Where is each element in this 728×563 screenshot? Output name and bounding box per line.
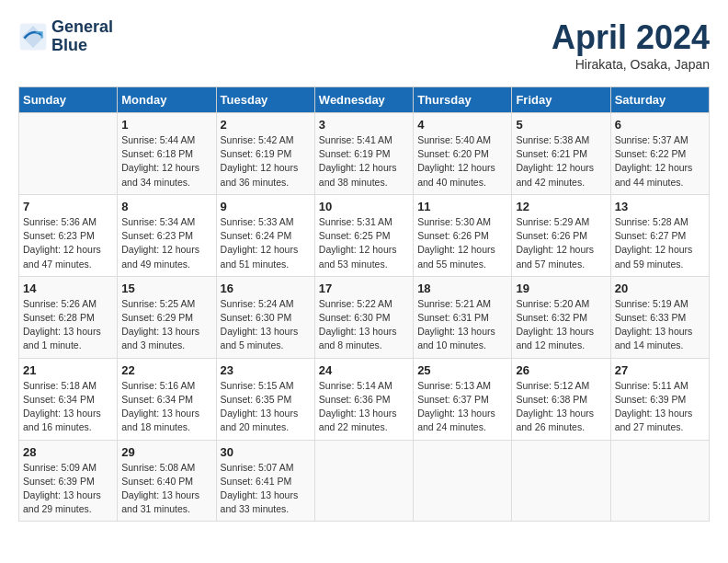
calendar-cell: 16Sunrise: 5:24 AM Sunset: 6:30 PM Dayli… [216,276,314,358]
weekday-header-friday: Friday [512,87,610,113]
day-info: Sunrise: 5:26 AM Sunset: 6:28 PM Dayligh… [23,297,113,353]
day-number: 20 [615,282,705,295]
day-info: Sunrise: 5:24 AM Sunset: 6:30 PM Dayligh… [221,297,311,353]
weekday-header-sunday: Sunday [19,87,118,113]
calendar-cell: 20Sunrise: 5:19 AM Sunset: 6:33 PM Dayli… [610,276,709,358]
calendar-cell: 2Sunrise: 5:42 AM Sunset: 6:19 PM Daylig… [216,113,314,195]
day-info: Sunrise: 5:38 AM Sunset: 6:21 PM Dayligh… [516,133,606,190]
week-row-2: 7Sunrise: 5:36 AM Sunset: 6:23 PM Daylig… [19,194,710,276]
day-info: Sunrise: 5:18 AM Sunset: 6:34 PM Dayligh… [23,379,113,435]
calendar-cell: 5Sunrise: 5:38 AM Sunset: 6:21 PM Daylig… [512,113,610,195]
day-info: Sunrise: 5:31 AM Sunset: 6:25 PM Dayligh… [319,215,409,271]
day-number: 18 [417,282,507,295]
day-number: 3 [319,118,409,132]
day-number: 2 [221,118,311,132]
logo-icon [18,22,48,52]
day-number: 11 [417,200,507,213]
week-row-1: 1Sunrise: 5:44 AM Sunset: 6:18 PM Daylig… [19,113,710,195]
weekday-header-tuesday: Tuesday [216,87,314,113]
calendar-cell: 8Sunrise: 5:34 AM Sunset: 6:23 PM Daylig… [118,194,216,276]
day-number: 9 [221,200,311,213]
day-number: 29 [121,445,211,459]
day-number: 25 [417,363,507,377]
day-number: 19 [516,282,606,295]
day-info: Sunrise: 5:40 AM Sunset: 6:20 PM Dayligh… [417,133,507,190]
calendar-cell: 22Sunrise: 5:16 AM Sunset: 6:34 PM Dayli… [118,358,216,440]
day-number: 14 [23,282,113,295]
calendar-cell: 6Sunrise: 5:37 AM Sunset: 6:22 PM Daylig… [610,113,709,195]
day-number: 12 [516,200,606,213]
day-number: 27 [615,363,705,377]
week-row-4: 21Sunrise: 5:18 AM Sunset: 6:34 PM Dayli… [19,358,710,440]
calendar-cell [512,440,610,522]
day-info: Sunrise: 5:16 AM Sunset: 6:34 PM Dayligh… [121,379,211,435]
day-number: 17 [319,282,409,295]
day-number: 22 [121,363,211,377]
day-info: Sunrise: 5:37 AM Sunset: 6:22 PM Dayligh… [615,133,705,190]
day-number: 28 [23,445,113,459]
weekday-header-saturday: Saturday [610,87,709,113]
day-info: Sunrise: 5:36 AM Sunset: 6:23 PM Dayligh… [23,215,113,271]
day-number: 7 [23,200,113,213]
day-number: 8 [121,200,211,213]
calendar-cell: 11Sunrise: 5:30 AM Sunset: 6:26 PM Dayli… [414,194,512,276]
day-info: Sunrise: 5:42 AM Sunset: 6:19 PM Dayligh… [221,133,311,190]
day-number: 26 [516,363,606,377]
calendar-cell: 12Sunrise: 5:29 AM Sunset: 6:26 PM Dayli… [512,194,610,276]
day-number: 30 [221,445,311,459]
day-info: Sunrise: 5:22 AM Sunset: 6:30 PM Dayligh… [319,297,409,353]
day-number: 21 [23,363,113,377]
calendar-cell: 30Sunrise: 5:07 AM Sunset: 6:41 PM Dayli… [216,440,314,522]
calendar-cell: 17Sunrise: 5:22 AM Sunset: 6:30 PM Dayli… [314,276,413,358]
day-info: Sunrise: 5:07 AM Sunset: 6:41 PM Dayligh… [221,461,311,517]
day-info: Sunrise: 5:29 AM Sunset: 6:26 PM Dayligh… [516,215,606,271]
day-number: 5 [516,118,606,132]
calendar-cell: 28Sunrise: 5:09 AM Sunset: 6:39 PM Dayli… [19,440,118,522]
day-number: 23 [221,363,311,377]
day-info: Sunrise: 5:13 AM Sunset: 6:37 PM Dayligh… [417,379,507,435]
day-number: 1 [121,118,211,132]
logo-text: General Blue [51,18,113,55]
day-number: 4 [417,118,507,132]
calendar-cell: 9Sunrise: 5:33 AM Sunset: 6:24 PM Daylig… [216,194,314,276]
day-info: Sunrise: 5:28 AM Sunset: 6:27 PM Dayligh… [615,215,705,271]
location: Hirakata, Osaka, Japan [552,57,710,72]
calendar-cell: 27Sunrise: 5:11 AM Sunset: 6:39 PM Dayli… [610,358,709,440]
calendar-cell: 24Sunrise: 5:14 AM Sunset: 6:36 PM Dayli… [314,358,413,440]
day-number: 6 [615,118,705,132]
calendar-cell: 21Sunrise: 5:18 AM Sunset: 6:34 PM Dayli… [19,358,118,440]
calendar-table: SundayMondayTuesdayWednesdayThursdayFrid… [18,86,710,522]
day-info: Sunrise: 5:15 AM Sunset: 6:35 PM Dayligh… [221,379,311,435]
day-info: Sunrise: 5:12 AM Sunset: 6:38 PM Dayligh… [516,379,606,435]
calendar-cell: 15Sunrise: 5:25 AM Sunset: 6:29 PM Dayli… [118,276,216,358]
week-row-5: 28Sunrise: 5:09 AM Sunset: 6:39 PM Dayli… [19,440,710,522]
month-title: April 2024 [552,18,710,57]
day-info: Sunrise: 5:44 AM Sunset: 6:18 PM Dayligh… [121,133,211,190]
day-info: Sunrise: 5:20 AM Sunset: 6:32 PM Dayligh… [516,297,606,353]
calendar-cell: 19Sunrise: 5:20 AM Sunset: 6:32 PM Dayli… [512,276,610,358]
day-info: Sunrise: 5:21 AM Sunset: 6:31 PM Dayligh… [417,297,507,353]
day-number: 24 [319,363,409,377]
calendar-cell: 23Sunrise: 5:15 AM Sunset: 6:35 PM Dayli… [216,358,314,440]
calendar-cell [314,440,413,522]
calendar-cell: 10Sunrise: 5:31 AM Sunset: 6:25 PM Dayli… [314,194,413,276]
calendar-cell: 18Sunrise: 5:21 AM Sunset: 6:31 PM Dayli… [414,276,512,358]
calendar-cell: 25Sunrise: 5:13 AM Sunset: 6:37 PM Dayli… [414,358,512,440]
day-number: 16 [221,282,311,295]
day-info: Sunrise: 5:41 AM Sunset: 6:19 PM Dayligh… [319,133,409,190]
day-info: Sunrise: 5:09 AM Sunset: 6:39 PM Dayligh… [23,461,113,517]
calendar-cell: 1Sunrise: 5:44 AM Sunset: 6:18 PM Daylig… [118,113,216,195]
calendar-cell [610,440,709,522]
calendar-cell: 14Sunrise: 5:26 AM Sunset: 6:28 PM Dayli… [19,276,118,358]
day-number: 10 [319,200,409,213]
day-info: Sunrise: 5:19 AM Sunset: 6:33 PM Dayligh… [615,297,705,353]
day-info: Sunrise: 5:11 AM Sunset: 6:39 PM Dayligh… [615,379,705,435]
weekday-header-monday: Monday [118,87,216,113]
calendar-cell [19,113,118,195]
calendar-cell: 3Sunrise: 5:41 AM Sunset: 6:19 PM Daylig… [314,113,413,195]
day-number: 15 [121,282,211,295]
weekday-header-row: SundayMondayTuesdayWednesdayThursdayFrid… [19,87,710,113]
page-header: General Blue April 2024 Hirakata, Osaka,… [18,18,710,72]
day-info: Sunrise: 5:25 AM Sunset: 6:29 PM Dayligh… [121,297,211,353]
calendar-cell [414,440,512,522]
